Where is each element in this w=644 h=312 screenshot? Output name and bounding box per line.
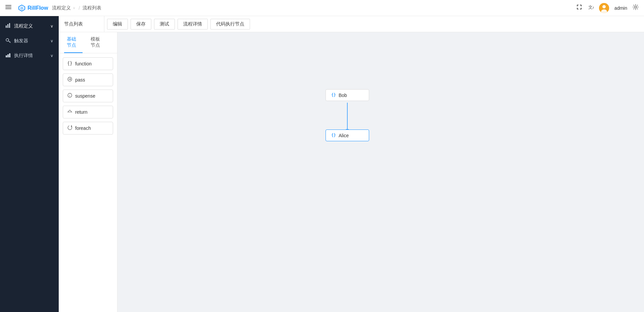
header-right: 文A admin bbox=[576, 3, 639, 13]
tab-basic-nodes[interactable]: 基础节点 bbox=[64, 32, 83, 53]
node-item-pass[interactable]: pass bbox=[63, 73, 113, 86]
svg-text:i: i bbox=[69, 94, 70, 97]
sidebar-item-execution-detail-label: 执行详情 bbox=[14, 53, 33, 59]
chart-icon bbox=[5, 23, 11, 30]
svg-rect-1 bbox=[5, 7, 11, 7]
suspense-icon: i bbox=[67, 93, 72, 99]
flow-node-bob-label: Bob bbox=[339, 93, 347, 98]
content-area: 节点列表 编辑 保存 测试 流程详情 代码执行节点 基础节点 模板节点 bbox=[59, 16, 644, 312]
flow-node-bob-icon bbox=[331, 92, 336, 98]
node-item-function-label: function bbox=[75, 61, 92, 66]
chevron-down-icon-2: ∨ bbox=[50, 39, 53, 43]
function-icon bbox=[67, 60, 72, 67]
test-button[interactable]: 测试 bbox=[154, 19, 175, 30]
bar-icon bbox=[5, 52, 11, 59]
svg-rect-15 bbox=[7, 54, 9, 57]
flow-node-alice[interactable]: Alice bbox=[326, 129, 369, 141]
sidebar-item-trigger[interactable]: 触发器 ∨ bbox=[0, 34, 59, 48]
sidebar-item-trigger-label: 触发器 bbox=[14, 38, 28, 44]
node-items-list: function pass bbox=[59, 53, 117, 139]
logo-icon bbox=[18, 4, 26, 12]
node-item-suspense-label: suspense bbox=[75, 93, 95, 99]
toolbar-panel-title: 节点列表 bbox=[64, 16, 104, 32]
settings-icon[interactable] bbox=[633, 4, 639, 12]
node-tabs: 基础节点 模板节点 bbox=[59, 32, 117, 53]
save-button[interactable]: 保存 bbox=[131, 19, 151, 30]
svg-point-9 bbox=[635, 6, 637, 8]
sidebar: 流程定义 ∨ 触发器 ∨ 执行详 bbox=[0, 16, 59, 312]
app-header: RillFlow 流程定义 ∨ / 流程列表 文A bbox=[0, 0, 644, 16]
pass-icon bbox=[67, 76, 72, 83]
svg-rect-2 bbox=[5, 8, 11, 9]
svg-text:文A: 文A bbox=[588, 5, 594, 10]
svg-rect-11 bbox=[7, 24, 8, 28]
user-name: admin bbox=[614, 5, 627, 11]
breadcrumb-chevron-icon: ∨ bbox=[73, 6, 75, 10]
avatar[interactable] bbox=[599, 3, 609, 13]
canvas-area[interactable]: Bob Alice bbox=[117, 32, 644, 312]
svg-marker-4 bbox=[20, 6, 23, 10]
node-item-foreach-label: foreach bbox=[75, 125, 91, 131]
node-item-return[interactable]: return bbox=[63, 106, 113, 118]
node-item-pass-label: pass bbox=[75, 77, 85, 83]
toolbar: 节点列表 编辑 保存 测试 流程详情 代码执行节点 bbox=[59, 16, 644, 32]
chevron-down-icon: ∨ bbox=[50, 24, 53, 29]
svg-marker-20 bbox=[68, 110, 72, 112]
chevron-down-icon-3: ∨ bbox=[50, 53, 53, 58]
app-logo: RillFlow bbox=[18, 4, 48, 12]
node-item-function[interactable]: function bbox=[63, 57, 113, 70]
breadcrumb: 流程定义 ∨ / 流程列表 bbox=[52, 5, 101, 11]
foreach-icon bbox=[67, 125, 72, 132]
translate-icon[interactable]: 文A bbox=[588, 4, 594, 12]
sidebar-item-flow-definition-label: 流程定义 bbox=[14, 23, 33, 29]
arrow-svg bbox=[117, 32, 644, 312]
flow-node-bob[interactable]: Bob bbox=[326, 89, 369, 101]
node-item-suspense[interactable]: i suspense bbox=[63, 90, 113, 102]
svg-rect-12 bbox=[9, 23, 10, 28]
breadcrumb-separator: / bbox=[79, 5, 80, 11]
svg-rect-16 bbox=[9, 53, 10, 57]
flow-node-alice-label: Alice bbox=[339, 133, 349, 138]
svg-rect-0 bbox=[5, 5, 11, 6]
fullscreen-icon[interactable] bbox=[576, 4, 582, 12]
flow-info-button[interactable]: 流程详情 bbox=[178, 19, 208, 30]
svg-rect-10 bbox=[6, 25, 7, 28]
node-list-panel: 基础节点 模板节点 function bbox=[59, 32, 117, 312]
breadcrumb-current: 流程列表 bbox=[83, 5, 101, 11]
tab-template-nodes[interactable]: 模板节点 bbox=[88, 32, 106, 53]
sidebar-item-execution-detail[interactable]: 执行详情 ∨ bbox=[0, 48, 59, 63]
menu-icon[interactable] bbox=[5, 4, 11, 12]
split-panel: 基础节点 模板节点 function bbox=[59, 32, 644, 312]
key-icon bbox=[5, 38, 11, 44]
node-item-return-label: return bbox=[75, 109, 88, 115]
return-icon bbox=[67, 109, 72, 115]
svg-point-7 bbox=[602, 5, 606, 8]
breadcrumb-parent[interactable]: 流程定义 bbox=[52, 5, 71, 11]
svg-rect-14 bbox=[6, 55, 7, 57]
code-exec-button[interactable]: 代码执行节点 bbox=[210, 19, 250, 30]
sidebar-item-flow-definition[interactable]: 流程定义 ∨ bbox=[0, 19, 59, 34]
edit-button[interactable]: 编辑 bbox=[107, 19, 128, 30]
node-item-foreach[interactable]: foreach bbox=[63, 122, 113, 135]
main-layout: 流程定义 ∨ 触发器 ∨ 执行详 bbox=[0, 16, 644, 312]
flow-node-alice-icon bbox=[331, 133, 336, 138]
app-name: RillFlow bbox=[28, 5, 48, 11]
header-left: RillFlow 流程定义 ∨ / 流程列表 bbox=[5, 4, 101, 12]
